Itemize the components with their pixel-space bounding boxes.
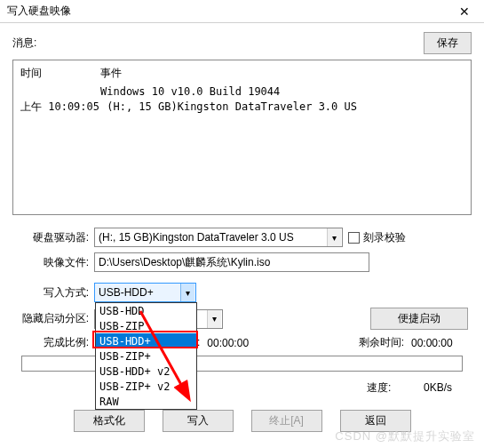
verify-checkbox[interactable]: 刻录校验 (348, 230, 406, 245)
log-header-time: 时间 (20, 66, 100, 81)
chevron-down-icon: ▾ (207, 310, 221, 328)
image-path-value: D:\Users\Desktop\麒麟系统\Kylin.iso (99, 255, 270, 270)
chevron-down-icon: ▾ (180, 284, 194, 301)
elapsed-value: 00:00:00 (207, 337, 249, 349)
method-option[interactable]: USB-ZIP+ v2 (96, 379, 196, 394)
chevron-down-icon: ▾ (327, 228, 341, 246)
messages-label: 消息: (12, 36, 50, 51)
method-option[interactable]: USB-HDD+ v2 (96, 364, 196, 379)
log-event: (H:, 15 GB)Kingston DataTraveler 3.0 US (100, 100, 357, 115)
progress-bar (21, 356, 463, 372)
log-row: Windows 10 v10.0 Build 19044 (20, 84, 464, 100)
log-header-event: 事件 (100, 66, 122, 81)
method-option[interactable]: USB-HDD (96, 303, 196, 318)
checkbox-icon (348, 232, 360, 244)
log-row: 上午 10:09:05 (H:, 15 GB)Kingston DataTrav… (20, 100, 464, 115)
drive-value: (H:, 15 GB)Kingston DataTraveler 3.0 US (99, 231, 327, 244)
abort-button[interactable]: 终止[A] (251, 410, 322, 432)
speed-value: 0KB/s (424, 381, 452, 394)
verify-label: 刻录校验 (363, 230, 406, 245)
method-option[interactable]: USB-HDD+ (96, 333, 196, 348)
remain-value: 00:00:00 (411, 337, 468, 349)
method-label: 写入方式: (16, 285, 94, 300)
hidden-label: 隐藏启动分区: (16, 311, 94, 326)
close-button[interactable]: ✕ (448, 1, 480, 22)
image-label: 映像文件: (16, 255, 94, 270)
window-title: 写入硬盘映像 (7, 4, 448, 19)
method-option[interactable]: USB-ZIP (96, 318, 196, 333)
image-path-input[interactable]: D:\Users\Desktop\麒麟系统\Kylin.iso (94, 252, 369, 272)
write-method-select[interactable]: USB-HDD+ ▾ USB-HDD USB-ZIP USB-HDD+ USB-… (94, 283, 196, 302)
log-panel: 时间 事件 Windows 10 v10.0 Build 19044 上午 10… (12, 60, 472, 215)
drive-label: 硬盘驱动器: (16, 230, 94, 245)
format-button[interactable]: 格式化 (74, 410, 145, 432)
log-time (20, 84, 100, 100)
method-value: USB-HDD+ (99, 286, 180, 299)
drive-select[interactable]: (H:, 15 GB)Kingston DataTraveler 3.0 US … (94, 228, 343, 247)
log-event: Windows 10 v10.0 Build 19044 (100, 84, 280, 100)
convenient-boot-button[interactable]: 便捷启动 (370, 308, 468, 330)
watermark: CSDN @默默提升实验室 (335, 428, 475, 444)
speed-label: 速度: (367, 381, 391, 394)
write-method-dropdown: USB-HDD USB-ZIP USB-HDD+ USB-ZIP+ USB-HD… (95, 302, 197, 410)
remain-label: 剩余时间: (359, 335, 404, 350)
log-time: 上午 10:09:05 (20, 100, 100, 115)
save-button[interactable]: 保存 (424, 32, 472, 54)
progress-label: 完成比例: (16, 335, 94, 350)
method-option[interactable]: RAW (96, 394, 196, 409)
write-button[interactable]: 写入 (163, 410, 234, 432)
method-option[interactable]: USB-ZIP+ (96, 348, 196, 364)
